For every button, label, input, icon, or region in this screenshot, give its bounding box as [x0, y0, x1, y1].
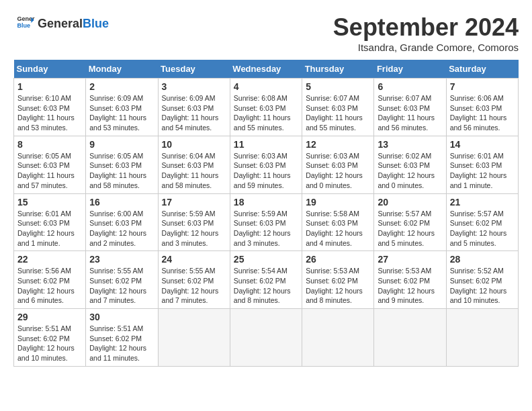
day-info: Sunrise: 6:03 AM Sunset: 6:03 PM Dayligh… [306, 151, 370, 191]
day-number: 12 [306, 139, 370, 150]
location-subtitle: Itsandra, Grande Comore, Comoros [333, 42, 519, 53]
table-row: 18 Sunrise: 5:59 AM Sunset: 6:03 PM Dayl… [230, 193, 302, 251]
day-number: 5 [306, 81, 370, 92]
day-info: Sunrise: 6:10 AM Sunset: 6:03 PM Dayligh… [17, 93, 82, 133]
logo-icon: General Blue [16, 13, 35, 32]
day-info: Sunrise: 5:57 AM Sunset: 6:02 PM Dayligh… [450, 209, 515, 248]
table-row: 7 Sunrise: 6:06 AM Sunset: 6:03 PM Dayli… [446, 79, 518, 136]
day-number: 7 [450, 81, 515, 92]
table-row: 16 Sunrise: 6:00 AM Sunset: 6:03 PM Dayl… [86, 193, 158, 251]
day-info: Sunrise: 6:02 AM Sunset: 6:03 PM Dayligh… [378, 151, 442, 191]
day-info: Sunrise: 5:59 AM Sunset: 6:03 PM Dayligh… [162, 209, 226, 248]
day-info: Sunrise: 5:54 AM Sunset: 6:02 PM Dayligh… [234, 266, 298, 306]
week-row-3: 15 Sunrise: 6:01 AM Sunset: 6:03 PM Dayl… [14, 193, 519, 251]
day-number: 17 [162, 197, 226, 208]
day-info: Sunrise: 6:04 AM Sunset: 6:03 PM Dayligh… [162, 151, 226, 191]
table-row: 6 Sunrise: 6:07 AM Sunset: 6:03 PM Dayli… [374, 79, 446, 136]
day-number: 15 [17, 197, 82, 208]
table-row: 1 Sunrise: 6:10 AM Sunset: 6:03 PM Dayli… [14, 79, 86, 136]
svg-text:Blue: Blue [17, 22, 30, 29]
day-info: Sunrise: 6:09 AM Sunset: 6:03 PM Dayligh… [89, 93, 154, 133]
day-info: Sunrise: 6:08 AM Sunset: 6:03 PM Dayligh… [234, 93, 298, 133]
day-number: 18 [234, 197, 298, 208]
day-info: Sunrise: 5:59 AM Sunset: 6:03 PM Dayligh… [234, 209, 298, 248]
col-friday: Friday [374, 60, 446, 79]
day-info: Sunrise: 6:01 AM Sunset: 6:03 PM Dayligh… [17, 209, 82, 248]
title-area: September 2024 Itsandra, Grande Comore, … [333, 13, 519, 53]
day-number: 16 [89, 197, 154, 208]
day-info: Sunrise: 5:53 AM Sunset: 6:02 PM Dayligh… [306, 266, 370, 306]
table-row: 26 Sunrise: 5:53 AM Sunset: 6:02 PM Dayl… [302, 251, 374, 309]
col-saturday: Saturday [446, 60, 518, 79]
day-number: 10 [162, 139, 226, 150]
col-monday: Monday [86, 60, 158, 79]
table-row [374, 309, 446, 367]
day-info: Sunrise: 6:05 AM Sunset: 6:03 PM Dayligh… [17, 151, 82, 191]
day-info: Sunrise: 6:07 AM Sunset: 6:03 PM Dayligh… [378, 93, 442, 133]
week-row-5: 29 Sunrise: 5:51 AM Sunset: 6:02 PM Dayl… [14, 309, 519, 367]
day-info: Sunrise: 6:00 AM Sunset: 6:03 PM Dayligh… [89, 209, 154, 248]
day-number: 1 [17, 81, 82, 92]
table-row: 15 Sunrise: 6:01 AM Sunset: 6:03 PM Dayl… [14, 193, 86, 251]
day-info: Sunrise: 5:55 AM Sunset: 6:02 PM Dayligh… [162, 266, 226, 306]
table-row: 4 Sunrise: 6:08 AM Sunset: 6:03 PM Dayli… [230, 79, 302, 136]
day-info: Sunrise: 6:09 AM Sunset: 6:03 PM Dayligh… [162, 93, 226, 133]
day-number: 11 [234, 139, 298, 150]
table-row: 28 Sunrise: 5:52 AM Sunset: 6:02 PM Dayl… [446, 251, 518, 309]
table-row: 24 Sunrise: 5:55 AM Sunset: 6:02 PM Dayl… [158, 251, 230, 309]
day-number: 2 [89, 81, 154, 92]
col-wednesday: Wednesday [230, 60, 302, 79]
col-thursday: Thursday [302, 60, 374, 79]
table-row: 3 Sunrise: 6:09 AM Sunset: 6:03 PM Dayli… [158, 79, 230, 136]
week-row-1: 1 Sunrise: 6:10 AM Sunset: 6:03 PM Dayli… [14, 79, 519, 136]
day-number: 27 [378, 254, 442, 265]
day-info: Sunrise: 5:51 AM Sunset: 6:02 PM Dayligh… [17, 324, 82, 363]
day-number: 20 [378, 197, 442, 208]
day-info: Sunrise: 5:51 AM Sunset: 6:02 PM Dayligh… [89, 324, 154, 363]
day-number: 8 [17, 139, 82, 150]
table-row [158, 309, 230, 367]
day-info: Sunrise: 6:01 AM Sunset: 6:03 PM Dayligh… [450, 151, 515, 191]
day-number: 24 [162, 254, 226, 265]
day-number: 9 [89, 139, 154, 150]
table-row: 25 Sunrise: 5:54 AM Sunset: 6:02 PM Dayl… [230, 251, 302, 309]
table-row: 13 Sunrise: 6:02 AM Sunset: 6:03 PM Dayl… [374, 136, 446, 193]
col-sunday: Sunday [14, 60, 86, 79]
table-row: 29 Sunrise: 5:51 AM Sunset: 6:02 PM Dayl… [14, 309, 86, 367]
table-row: 11 Sunrise: 6:03 AM Sunset: 6:03 PM Dayl… [230, 136, 302, 193]
day-number: 29 [17, 312, 82, 322]
table-row: 21 Sunrise: 5:57 AM Sunset: 6:02 PM Dayl… [446, 193, 518, 251]
month-title: September 2024 [333, 13, 519, 42]
col-tuesday: Tuesday [158, 60, 230, 79]
day-number: 28 [450, 254, 515, 265]
table-row: 17 Sunrise: 5:59 AM Sunset: 6:03 PM Dayl… [158, 193, 230, 251]
logo-general: General [38, 17, 83, 30]
week-row-2: 8 Sunrise: 6:05 AM Sunset: 6:03 PM Dayli… [14, 136, 519, 193]
day-number: 13 [378, 139, 442, 150]
table-row: 9 Sunrise: 6:05 AM Sunset: 6:03 PM Dayli… [86, 136, 158, 193]
day-info: Sunrise: 5:58 AM Sunset: 6:03 PM Dayligh… [306, 209, 370, 248]
day-number: 19 [306, 197, 370, 208]
table-row: 23 Sunrise: 5:55 AM Sunset: 6:02 PM Dayl… [86, 251, 158, 309]
day-number: 23 [89, 254, 154, 265]
calendar-table: Sunday Monday Tuesday Wednesday Thursday… [13, 60, 519, 367]
day-number: 26 [306, 254, 370, 265]
day-number: 22 [17, 254, 82, 265]
table-row [230, 309, 302, 367]
day-info: Sunrise: 6:05 AM Sunset: 6:03 PM Dayligh… [89, 151, 154, 191]
table-row: 5 Sunrise: 6:07 AM Sunset: 6:03 PM Dayli… [302, 79, 374, 136]
table-row: 22 Sunrise: 5:56 AM Sunset: 6:02 PM Dayl… [14, 251, 86, 309]
logo: General Blue GeneralBlue [13, 13, 109, 35]
table-row: 10 Sunrise: 6:04 AM Sunset: 6:03 PM Dayl… [158, 136, 230, 193]
table-row [446, 309, 518, 367]
day-number: 21 [450, 197, 515, 208]
table-row: 12 Sunrise: 6:03 AM Sunset: 6:03 PM Dayl… [302, 136, 374, 193]
week-row-4: 22 Sunrise: 5:56 AM Sunset: 6:02 PM Dayl… [14, 251, 519, 309]
day-number: 6 [378, 81, 442, 92]
day-number: 14 [450, 139, 515, 150]
table-row: 19 Sunrise: 5:58 AM Sunset: 6:03 PM Dayl… [302, 193, 374, 251]
day-info: Sunrise: 5:56 AM Sunset: 6:02 PM Dayligh… [17, 266, 82, 306]
day-number: 30 [89, 312, 154, 322]
table-row: 8 Sunrise: 6:05 AM Sunset: 6:03 PM Dayli… [14, 136, 86, 193]
day-info: Sunrise: 5:52 AM Sunset: 6:02 PM Dayligh… [450, 266, 515, 306]
